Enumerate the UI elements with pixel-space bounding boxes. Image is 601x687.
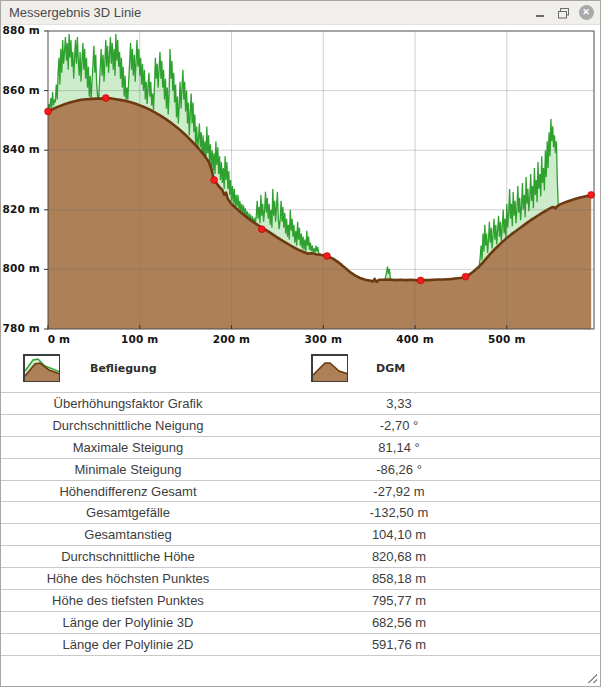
stat-label: Überhöhungsfaktor Grafik <box>1 396 255 411</box>
table-row: Minimale Steigung-86,26 ° <box>1 458 601 480</box>
restore-icon <box>557 7 570 19</box>
x-tick-label: 100 m <box>108 333 172 345</box>
measurement-result-window: Messergebnis 3D Linie ✕ 880 m860 m840 m8… <box>0 0 601 687</box>
x-tick-label: 400 m <box>383 333 447 345</box>
stat-value: 795,77 m <box>255 593 543 608</box>
y-tick-label: 860 m <box>1 84 40 96</box>
window-controls: ✕ <box>532 1 594 24</box>
stat-value: 81,14 ° <box>255 440 543 455</box>
legend-item-befliegung: Befliegung <box>23 354 157 382</box>
elevation-profile-chart <box>42 25 600 335</box>
y-tick-label: 880 m <box>1 24 40 36</box>
stat-label: Länge der Polylinie 2D <box>1 637 255 652</box>
x-tick-label: 0 m <box>27 333 91 345</box>
restore-button[interactable] <box>555 5 571 21</box>
stat-label: Höhe des tiefsten Punktes <box>1 593 255 608</box>
table-row: Höhe des tiefsten Punktes795,77 m <box>1 589 601 611</box>
stat-value: 3,33 <box>255 396 543 411</box>
stats-table: Überhöhungsfaktor Grafik3,33Durchschnitt… <box>1 392 601 656</box>
stat-label: Durchschnittliche Höhe <box>1 549 255 564</box>
window-title: Messergebnis 3D Linie <box>9 5 141 20</box>
stat-label: Minimale Steigung <box>1 462 255 477</box>
y-tick-label: 800 m <box>1 262 40 274</box>
stat-label: Höhendifferenz Gesamt <box>1 484 255 499</box>
minimize-icon <box>536 15 544 17</box>
stat-value: 682,56 m <box>255 615 543 630</box>
stat-label: Gesamtanstieg <box>1 527 255 542</box>
legend-label: Befliegung <box>90 362 157 375</box>
resize-grip[interactable] <box>586 672 597 683</box>
stat-value: 858,18 m <box>255 571 543 586</box>
stat-label: Maximale Steigung <box>1 440 255 455</box>
stat-value: 820,68 m <box>255 549 543 564</box>
table-row: Länge der Polylinie 2D591,76 m <box>1 633 601 656</box>
stat-value: -132,50 m <box>255 505 543 520</box>
table-row: Höhendifferenz Gesamt-27,92 m <box>1 480 601 502</box>
minimize-button[interactable] <box>532 5 548 21</box>
table-row: Durchschnittliche Höhe820,68 m <box>1 545 601 567</box>
stat-label: Höhe des höchsten Punktes <box>1 571 255 586</box>
dgm-swatch-icon <box>311 354 348 382</box>
window-content: 880 m860 m840 m820 m800 m780 m 0 m100 m2… <box>1 25 600 687</box>
table-row: Höhe des höchsten Punktes858,18 m <box>1 567 601 589</box>
stat-value: -86,26 ° <box>255 462 543 477</box>
table-row: Länge der Polylinie 3D682,56 m <box>1 611 601 633</box>
table-row: Gesamtgefälle-132,50 m <box>1 501 601 523</box>
stat-value: -27,92 m <box>255 484 543 499</box>
stat-label: Gesamtgefälle <box>1 505 255 520</box>
close-button[interactable]: ✕ <box>578 5 594 21</box>
y-tick-label: 840 m <box>1 143 40 155</box>
stat-value: 104,10 m <box>255 527 543 542</box>
table-row: Überhöhungsfaktor Grafik3,33 <box>1 392 601 414</box>
stat-value: 591,76 m <box>255 637 543 652</box>
x-tick-label: 200 m <box>200 333 264 345</box>
close-icon: ✕ <box>579 5 594 20</box>
table-row: Gesamtanstieg104,10 m <box>1 523 601 545</box>
legend-item-dgm: DGM <box>311 354 405 382</box>
x-tick-label: 300 m <box>291 333 355 345</box>
title-bar[interactable]: Messergebnis 3D Linie ✕ <box>1 1 600 25</box>
stat-value: -2,70 ° <box>255 418 543 433</box>
x-tick-label: 500 m <box>475 333 539 345</box>
table-row: Maximale Steigung81,14 ° <box>1 436 601 458</box>
y-tick-label: 820 m <box>1 203 40 215</box>
stat-label: Länge der Polylinie 3D <box>1 615 255 630</box>
stat-label: Durchschnittliche Neigung <box>1 418 255 433</box>
befliegung-swatch-icon <box>23 354 60 382</box>
legend-label: DGM <box>376 362 405 375</box>
table-row: Durchschnittliche Neigung-2,70 ° <box>1 414 601 436</box>
